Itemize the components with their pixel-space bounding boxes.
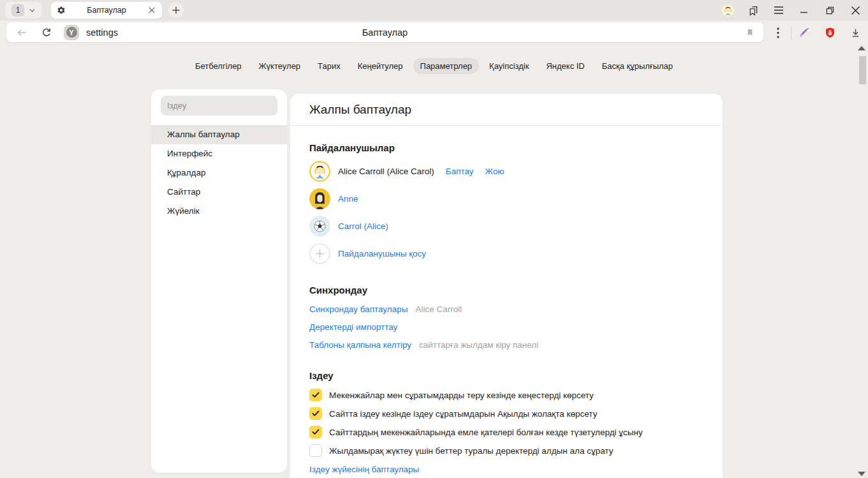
scroll-up-arrow[interactable] xyxy=(858,46,865,50)
sidebar-item[interactable]: Жүйелік xyxy=(151,202,287,221)
checkbox-list: Мекенжайлар мен сұратымдарды теру кезінд… xyxy=(309,389,703,457)
sidebar-item[interactable]: Жалпы баптаулар xyxy=(151,125,287,144)
girl-avatar-icon xyxy=(309,161,330,182)
user-row: Alice Carroll (Alice Carol)БаптауЖою xyxy=(309,161,703,182)
sync-list: Синхрондау баптауларыAlice CarrollДерект… xyxy=(309,304,703,350)
site-badge: Y xyxy=(64,25,79,40)
checkbox-checked-icon[interactable] xyxy=(309,389,322,401)
checkbox-label: Жылдамырақ жүктеу үшін беттер туралы дер… xyxy=(329,446,613,456)
checkbox-unchecked-icon[interactable] xyxy=(309,444,322,457)
woman-avatar-icon xyxy=(309,188,330,209)
search-engine-settings-link[interactable]: Іздеу жүйесінің баптаулары xyxy=(309,465,419,474)
nav-tab[interactable]: Яндекс ID xyxy=(539,58,591,74)
sidebar-item[interactable]: Құралдар xyxy=(151,163,287,183)
protect-shield-icon[interactable] xyxy=(817,20,842,45)
menu-icon[interactable] xyxy=(766,0,791,20)
download-icon[interactable] xyxy=(842,20,868,45)
page-title: Жалпы баптаулар xyxy=(290,94,723,126)
sync-note: Alice Carroll xyxy=(415,304,462,314)
user-name[interactable]: Anne xyxy=(338,194,358,204)
search-section-title: Іздеу xyxy=(309,370,703,381)
scroll-down-arrow[interactable] xyxy=(858,472,865,476)
user-action-link[interactable]: Жою xyxy=(485,167,504,176)
nav-tab[interactable]: Тарих xyxy=(311,58,348,74)
sync-row: Синхрондау баптауларыAlice Carroll xyxy=(309,304,703,314)
sync-link[interactable]: Деректерді импорттау xyxy=(309,322,397,332)
gear-icon xyxy=(57,6,66,15)
bookmark-flag-icon[interactable] xyxy=(745,27,755,38)
user-name[interactable]: Пайдаланушыны қосу xyxy=(338,249,426,258)
soccer-ball-avatar-icon xyxy=(309,216,330,237)
nav-tab[interactable]: Басқа құрылғылар xyxy=(595,58,680,74)
sync-link[interactable]: Синхрондау баптаулары xyxy=(309,304,408,314)
user-actions: БаптауЖою xyxy=(446,167,504,176)
sidebar-item[interactable]: Сайттар xyxy=(151,183,287,202)
reload-icon[interactable] xyxy=(41,27,52,38)
minimize-icon[interactable] xyxy=(791,0,817,20)
sidebar-item[interactable]: Интерфейс xyxy=(151,144,287,163)
sync-section: Синхрондау Синхрондау баптауларыAlice Ca… xyxy=(290,285,723,350)
nav-tab[interactable]: Бетбелгілер xyxy=(188,58,249,74)
user-name[interactable]: Carrol (Alice) xyxy=(338,221,388,231)
nav-tab[interactable]: Кеңейтулер xyxy=(351,58,410,74)
sync-row: Деректерді импорттау xyxy=(309,322,703,332)
sync-note: сайттарға жылдам кіру панелі xyxy=(419,340,538,350)
nav-tab[interactable]: Жүктеулер xyxy=(252,58,308,74)
tab-title: Баптаулар xyxy=(70,6,143,15)
sync-link[interactable]: Таблоны қалпына келтіру xyxy=(309,340,411,350)
checkbox-checked-icon[interactable] xyxy=(309,426,322,438)
checkbox-row: Сайтта іздеу кезінде іздеу сұратымдарын … xyxy=(309,407,703,420)
profile-avatar[interactable] xyxy=(715,0,740,20)
address-bar-page-title: Баптаулар xyxy=(6,27,763,38)
scrollbar-thumb[interactable] xyxy=(859,56,866,84)
settings-sidebar: Жалпы баптауларИнтерфейсҚұралдарСайттарЖ… xyxy=(151,89,287,473)
checkbox-label: Сайттардың мекенжайларында емле қателері… xyxy=(329,428,643,437)
address-bar[interactable]: Y settings Баптаулар xyxy=(6,22,763,42)
back-icon[interactable] xyxy=(15,26,28,39)
sidebar-menu: Жалпы баптауларИнтерфейсҚұралдарСайттарЖ… xyxy=(151,125,287,221)
checkbox-label: Сайтта іздеу кезінде іздеу сұратымдарын … xyxy=(329,409,597,419)
sync-section-title: Синхрондау xyxy=(309,285,703,295)
checkbox-label: Мекенжайлар мен сұратымдарды теру кезінд… xyxy=(329,391,594,400)
user-name: Alice Carroll (Alice Carol) xyxy=(338,167,434,176)
user-action-link[interactable]: Баптау xyxy=(446,167,474,176)
checkbox-row: Мекенжайлар мен сұратымдарды теру кезінд… xyxy=(309,389,703,401)
search-input[interactable] xyxy=(161,96,277,116)
profile-avatar-image xyxy=(722,4,734,17)
more-dots-icon[interactable] xyxy=(765,20,791,45)
tab-close-button[interactable] xyxy=(147,6,156,15)
users-section: Пайдаланушылар Alice Carroll (Alice Caro… xyxy=(290,142,723,264)
settings-content: Жалпы баптаулар Пайдаланушылар Alice Car… xyxy=(290,94,723,478)
titlebar: 1 Баптаулар xyxy=(0,0,868,20)
browser-tab[interactable]: Баптаулар xyxy=(51,2,162,19)
nav-tab[interactable]: Параметрлер xyxy=(413,58,480,74)
settings-nav-tabs: БетбелгілерЖүктеулерТарихКеңейтулерПарам… xyxy=(0,45,868,74)
new-tab-button[interactable] xyxy=(168,3,184,18)
restore-icon[interactable] xyxy=(817,0,842,20)
user-row: Anne xyxy=(309,188,703,209)
checkbox-row: Жылдамырақ жүктеу үшін беттер туралы дер… xyxy=(309,444,703,457)
tab-counter-value: 1 xyxy=(11,4,24,17)
settings-page: БетбелгілерЖүктеулерТарихКеңейтулерПарам… xyxy=(0,45,868,478)
close-icon[interactable] xyxy=(842,0,868,20)
toolbar: Y settings Баптаулар xyxy=(0,20,868,45)
sync-row: Таблоны қалпына келтірусайттарға жылдам … xyxy=(309,340,703,350)
chevron-down-icon xyxy=(29,7,36,14)
collections-icon[interactable] xyxy=(740,0,766,20)
url-text[interactable]: settings xyxy=(86,27,118,38)
pen-icon[interactable] xyxy=(791,20,817,45)
search-section: Іздеу Мекенжайлар мен сұратымдарды теру … xyxy=(290,370,723,475)
checkbox-row: Сайттардың мекенжайларында емле қателері… xyxy=(309,426,703,438)
users-section-title: Пайдаланушылар xyxy=(309,142,703,153)
user-list: Alice Carroll (Alice Carol)БаптауЖоюAnne… xyxy=(309,161,703,264)
add-user-avatar-icon xyxy=(309,243,330,264)
nav-tab[interactable]: Қауіпсіздік xyxy=(482,58,536,74)
tab-counter-button[interactable]: 1 xyxy=(5,2,42,19)
user-row: Carrol (Alice) xyxy=(309,216,703,237)
yandex-logo-icon: Y xyxy=(66,27,77,38)
user-row: Пайдаланушыны қосу xyxy=(309,243,703,264)
checkbox-checked-icon[interactable] xyxy=(309,407,322,420)
